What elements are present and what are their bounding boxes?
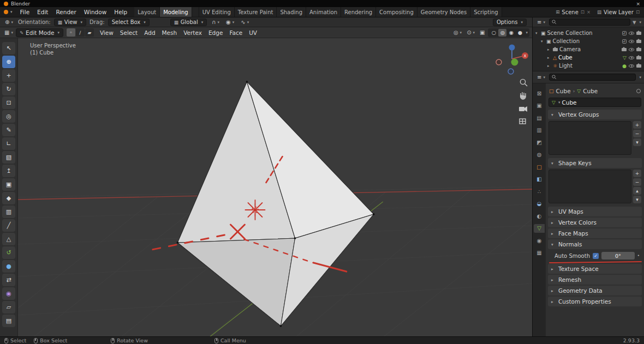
viewport-menu-face[interactable]: Face [226, 29, 245, 36]
collection-checkbox[interactable]: ✓ [622, 31, 627, 35]
mesh-name-field[interactable]: ▽ ▾ Cube [548, 98, 641, 107]
expand-icon[interactable]: ▾ [535, 31, 539, 35]
properties-tab-world[interactable]: ◍ [534, 150, 545, 159]
vertex-select-mode-button[interactable]: ◦ [67, 28, 75, 37]
panel-header-custom-properties[interactable]: ▸ Custom Properties [548, 297, 642, 306]
properties-tab-render[interactable]: ▣ [534, 101, 545, 110]
vertex-group-specials-button[interactable]: ▾ [633, 138, 641, 146]
tool-bevel[interactable]: ◆ [2, 192, 15, 204]
tool-spin[interactable]: ↺ [2, 246, 15, 259]
edge-select-mode-button[interactable]: ∕ [76, 28, 85, 37]
viewport-3d[interactable]: X [18, 38, 532, 336]
outliner-row-cube[interactable]: ▸ △ Cube ▽ [533, 53, 644, 62]
outliner-search[interactable] [549, 19, 630, 26]
move-shape-key-down-button[interactable]: ▾ [633, 196, 641, 203]
mesh-object[interactable] [177, 81, 375, 327]
animate-decorator-icon[interactable]: • [637, 254, 640, 258]
outliner-row-scene-collection[interactable]: ▾ ▣ Scene Collection ✓ [533, 29, 644, 37]
viewport-menu-mesh[interactable]: Mesh [159, 29, 180, 36]
shading-solid-button[interactable]: ◍ [498, 29, 506, 37]
viewport-menu-select[interactable]: Select [117, 29, 140, 36]
tool-scale[interactable]: ⊡ [2, 96, 15, 109]
workspace-tab-shading[interactable]: Shading [277, 7, 306, 17]
new-view-layer-icon[interactable]: ⊡ [636, 9, 640, 15]
tool-rip-region[interactable]: ▤ [2, 315, 15, 327]
properties-tab-modifiers[interactable]: ◧ [534, 175, 545, 184]
outliner-row-light[interactable]: ▸ ☼ Light ● [533, 62, 644, 70]
properties-tab-view-layer[interactable]: ▥ [534, 126, 545, 135]
properties-tab-texture[interactable]: ▦ [534, 249, 545, 257]
shading-rendered-button[interactable]: ● [516, 29, 524, 37]
tool-edge-slide[interactable]: ⇄ [2, 274, 15, 286]
panel-header-remesh[interactable]: ▸ Remesh [548, 275, 642, 285]
proportional-editing-toggle[interactable]: ◉ ▾ [224, 19, 236, 25]
transform-orientation-dropdown[interactable]: ▦ Global ▾ [170, 19, 207, 26]
tool-inset-faces[interactable]: ▣ [2, 178, 15, 191]
add-shape-key-button[interactable]: + [633, 170, 641, 177]
zoom-icon[interactable] [520, 79, 527, 86]
disable-render-icon[interactable] [636, 32, 641, 35]
workspace-tab-compositing[interactable]: Compositing [376, 7, 418, 17]
new-scene-icon[interactable]: ⊡ [581, 9, 585, 15]
properties-tab-particles[interactable]: ∴ [534, 187, 545, 196]
hide-viewport-icon[interactable] [629, 48, 634, 51]
scene-selector[interactable]: ⊞ Scene ⊡ × [556, 9, 591, 15]
drag-dropdown[interactable]: Select Box ▾ [108, 19, 150, 26]
properties-tab-object-data[interactable]: ▽ [534, 224, 545, 233]
properties-tab-constraints[interactable]: ◐ [534, 212, 545, 220]
panel-header-uv-maps[interactable]: ▸ UV Maps [548, 207, 642, 216]
shape-keys-list[interactable] [548, 170, 631, 203]
panel-header-vertex-colors[interactable]: ▸ Vertex Colors [548, 218, 642, 227]
tool-rotate[interactable]: ↻ [2, 83, 15, 95]
viewport-menu-view[interactable]: View [97, 29, 116, 36]
panel-header-normals[interactable]: ▾ Normals [548, 239, 642, 249]
outliner-row-camera[interactable]: ▸ Camera [533, 45, 644, 53]
hide-viewport-icon[interactable] [629, 56, 634, 59]
expand-icon[interactable]: ▾ [541, 39, 545, 44]
expand-icon[interactable]: ▸ [547, 47, 551, 52]
panel-header-face-maps[interactable]: ▸ Face Maps [548, 228, 642, 238]
disable-render-icon[interactable] [636, 40, 641, 43]
tool-select-box[interactable]: ↖ [2, 42, 15, 55]
tool-poly-build[interactable]: △ [2, 233, 15, 245]
tool-measure[interactable]: ∟ [2, 137, 15, 150]
menu-edit[interactable]: Edit [33, 7, 52, 17]
disable-render-icon[interactable] [636, 64, 641, 68]
menu-file[interactable]: File [16, 7, 34, 17]
shading-wireframe-button[interactable]: ○ [490, 29, 498, 37]
outliner-editor-dropdown[interactable]: ≡ ▾ [535, 19, 547, 25]
menu-window[interactable]: Window [80, 7, 110, 17]
panel-header-geometry-data[interactable]: ▸ Geometry Data [548, 286, 642, 295]
tool-knife[interactable]: ╱ [2, 219, 15, 232]
properties-tab-object[interactable]: □ [534, 162, 545, 171]
mode-dropdown[interactable]: ✎ Edit Mode ▾ [16, 28, 63, 37]
viewport-menu-add[interactable]: Add [141, 29, 158, 36]
snap-toggle[interactable]: ∩ ▾ [210, 19, 221, 25]
properties-tab-output[interactable]: ▤ [534, 113, 545, 122]
auto-smooth-checkbox[interactable]: ✓ [593, 253, 599, 259]
pin-icon[interactable] [636, 89, 641, 93]
workspace-tab-layout[interactable]: Layout [134, 7, 160, 17]
filter-icon[interactable]: ▼ [633, 20, 636, 25]
face-select-mode-button[interactable]: ▰ [85, 28, 94, 37]
blender-menu-button[interactable]: ▾ [0, 7, 16, 17]
tool-loop-cut[interactable]: ▥ [2, 206, 15, 218]
editor-type-dropdown[interactable]: ▦ ▾ [3, 29, 15, 35]
workspace-tab-geometry-nodes[interactable]: Geometry Nodes [418, 7, 470, 17]
tool-shear[interactable]: ▱ [2, 301, 15, 313]
workspace-tab-scripting[interactable]: Scripting [470, 7, 502, 17]
properties-tab-material[interactable]: ◉ [534, 236, 545, 245]
hide-viewport-icon[interactable] [629, 40, 634, 43]
menu-render[interactable]: Render [52, 7, 80, 17]
tool-annotate[interactable]: ✎ [2, 124, 15, 136]
options-dropdown[interactable]: Options ▾ [493, 19, 527, 26]
properties-editor-dropdown[interactable]: ≡ ▾ [535, 74, 547, 80]
orientation-dropdown[interactable]: ▦ View ▾ [54, 19, 86, 26]
show-gizmo-toggle[interactable]: ◎ ▾ [452, 29, 463, 35]
tool-shrink-fatten[interactable]: ◉ [2, 287, 15, 300]
window-close-button[interactable]: × [636, 1, 640, 7]
expand-icon[interactable]: ▸ [547, 56, 551, 60]
hide-viewport-icon[interactable] [629, 32, 634, 35]
workspace-tab-animation[interactable]: Animation [306, 7, 341, 17]
viewport-menu-edge[interactable]: Edge [206, 29, 225, 36]
